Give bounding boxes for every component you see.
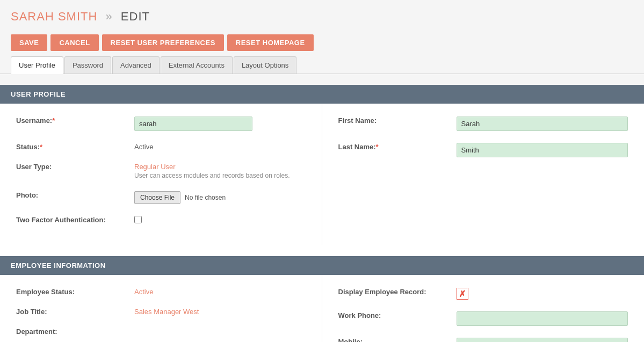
file-input-wrapper: Choose File No file chosen	[134, 191, 306, 204]
username-required: *	[52, 117, 55, 125]
last-name-value	[457, 141, 628, 157]
username-input[interactable]	[134, 117, 252, 131]
first-name-row: First Name:	[338, 114, 628, 131]
employee-info-section: EMPLOYEE INFORMATION Employee Status: Ac…	[0, 256, 644, 342]
user-type-desc: User can access modules and records base…	[134, 172, 306, 179]
no-file-label: No file chosen	[185, 194, 226, 201]
mobile-input[interactable]	[457, 338, 628, 342]
tab-advanced[interactable]: Advanced	[112, 56, 160, 74]
employee-status-label: Employee Status:	[16, 286, 134, 296]
job-title-value: Sales Manager West	[134, 305, 306, 316]
user-type-value: Regular User User can access modules and…	[134, 161, 306, 179]
job-title-label: Job Title:	[16, 305, 134, 316]
work-phone-value	[457, 309, 628, 326]
first-name-input[interactable]	[457, 117, 628, 131]
employee-info-section-header: EMPLOYEE INFORMATION	[0, 256, 644, 275]
last-name-row: Last Name:*	[338, 141, 628, 157]
reset-homepage-button[interactable]: RESET HOMEPAGE	[227, 34, 314, 51]
employee-info-form: Employee Status: Active Job Title: Sales…	[0, 275, 644, 342]
work-phone-input[interactable]	[457, 311, 628, 326]
first-name-label: First Name:	[338, 114, 457, 125]
last-name-required: *	[376, 143, 379, 151]
user-profile-form: Username:* Status:* Active User Type:	[0, 104, 644, 245]
page-title: SARAH SMITH » EDIT	[11, 10, 633, 24]
department-row: Department:	[16, 325, 306, 336]
tab-password[interactable]: Password	[64, 56, 111, 74]
status-label: Status:*	[16, 141, 134, 151]
photo-row: Photo: Choose File No file chosen	[16, 189, 306, 204]
user-profile-section-header: USER PROFILE	[0, 85, 644, 104]
work-phone-label: Work Phone:	[338, 309, 457, 319]
save-button[interactable]: SAVE	[11, 34, 47, 51]
display-employee-value: ✗	[457, 286, 628, 300]
display-employee-checkbox[interactable]: ✗	[457, 288, 468, 300]
mobile-row: Mobile:	[338, 336, 628, 342]
username-row: Username:*	[16, 114, 306, 131]
photo-value: Choose File No file chosen	[134, 189, 306, 204]
two-factor-checkbox[interactable]	[134, 216, 142, 223]
employee-status-value: Active	[134, 286, 306, 296]
user-profile-left-col: Username:* Status:* Active User Type:	[0, 104, 322, 245]
mobile-value	[457, 336, 628, 342]
cancel-button[interactable]: CANCEL	[50, 34, 98, 51]
tab-bar: User Profile Password Advanced External …	[0, 56, 644, 74]
photo-label: Photo:	[16, 189, 134, 199]
reset-user-preferences-button[interactable]: RESET USER PREFERENCES	[102, 34, 224, 51]
user-name: SARAH SMITH	[11, 10, 97, 23]
user-type-label: User Type:	[16, 161, 134, 171]
employee-status-row: Employee Status: Active	[16, 286, 306, 296]
first-name-value	[457, 114, 628, 131]
choose-file-button[interactable]: Choose File	[134, 191, 180, 204]
display-employee-label: Display Employee Record:	[338, 286, 457, 296]
tab-external-accounts[interactable]: External Accounts	[161, 56, 233, 74]
separator: »	[105, 10, 112, 23]
mobile-label: Mobile:	[338, 336, 457, 342]
last-name-label: Last Name:*	[338, 141, 457, 151]
department-label: Department:	[16, 325, 134, 336]
display-employee-row: Display Employee Record: ✗	[338, 286, 628, 300]
employee-info-right-col: Display Employee Record: ✗ Work Phone:	[322, 275, 645, 342]
user-profile-right-col: First Name: Last Name:*	[322, 104, 645, 245]
two-factor-label: Two Factor Authentication:	[16, 214, 134, 224]
main-content: USER PROFILE Username:* Status:* Act	[0, 85, 644, 342]
work-phone-row: Work Phone:	[338, 309, 628, 326]
status-row: Status:* Active	[16, 141, 306, 151]
user-type-row: User Type: Regular User User can access …	[16, 161, 306, 179]
toolbar: SAVE CANCEL RESET USER PREFERENCES RESET…	[0, 29, 644, 56]
tab-layout-options[interactable]: Layout Options	[234, 56, 296, 74]
department-value	[134, 325, 306, 328]
status-required: *	[40, 143, 42, 151]
last-name-input[interactable]	[457, 143, 628, 157]
user-profile-section: USER PROFILE Username:* Status:* Act	[0, 85, 644, 245]
edit-label: EDIT	[121, 10, 150, 23]
username-label: Username:*	[16, 114, 134, 125]
status-value: Active	[134, 141, 306, 151]
job-title-row: Job Title: Sales Manager West	[16, 305, 306, 316]
two-factor-value	[134, 214, 306, 225]
user-type-text: Regular User	[134, 163, 306, 171]
tab-user-profile[interactable]: User Profile	[11, 56, 63, 74]
two-factor-row: Two Factor Authentication:	[16, 214, 306, 225]
username-value	[134, 114, 306, 131]
employee-info-left-col: Employee Status: Active Job Title: Sales…	[0, 275, 322, 342]
